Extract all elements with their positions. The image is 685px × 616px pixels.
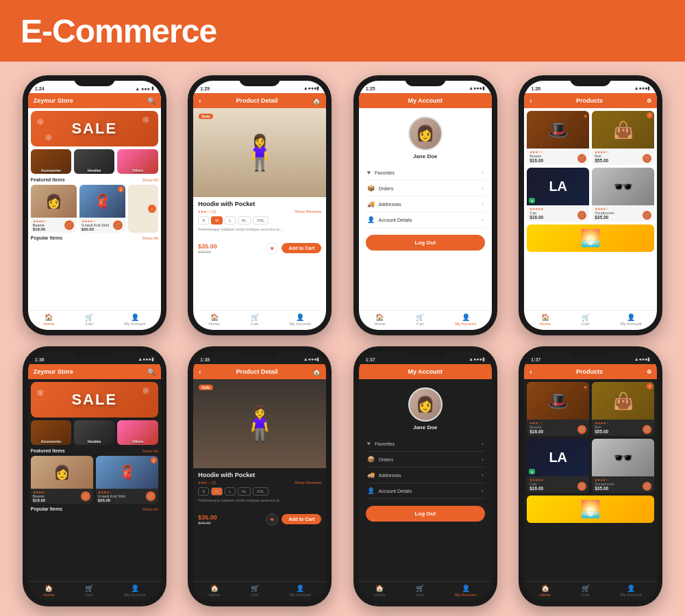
search-icon[interactable]: 🔍: [147, 97, 155, 105]
add-to-cart-cap-dark[interactable]: 🛒: [577, 482, 586, 491]
product-sunset-item[interactable]: 🌅: [527, 224, 654, 252]
add-to-cart-sunglasses-dark[interactable]: 🛒: [643, 482, 651, 491]
product-sunglasses-item-dark[interactable]: 🕶️ ★★★★☆ Sunglasses $35.00 🛒: [592, 439, 654, 493]
size-s[interactable]: S: [198, 487, 209, 496]
product-vneck[interactable]: 🧣 2 🛒 ★★★★☆ V-neck Knit Shirt $20.00: [79, 185, 125, 233]
product-title: Hoodie with Pocket: [198, 472, 321, 478]
size-m[interactable]: M: [211, 487, 223, 496]
show-reviews-link[interactable]: Show Reviews: [295, 209, 321, 214]
product-belt-item[interactable]: 👜 7 ★★★★☆ Belt $55.00 🛒: [592, 111, 654, 165]
add-to-cart-belt[interactable]: 🛒: [643, 154, 651, 163]
menu-orders[interactable]: 📦 Orders ›: [366, 452, 485, 467]
belt-price: $55.00: [595, 158, 608, 163]
nav-account-label: My Account: [290, 593, 311, 597]
nav-account[interactable]: 👤 My Account: [124, 585, 145, 597]
menu-favorites[interactable]: ♥ Favorites ›: [366, 165, 485, 181]
add-to-cart-btn[interactable]: Add to Cart: [282, 243, 321, 253]
category-hoodies[interactable]: Hoodies: [74, 420, 114, 445]
show-reviews-link[interactable]: Show Reviews: [295, 480, 321, 485]
nav-account[interactable]: 👤 My Account: [621, 313, 642, 326]
nav-account[interactable]: 👤 My Account: [290, 585, 311, 597]
menu-orders[interactable]: 📦 Orders ›: [366, 181, 485, 196]
size-xl[interactable]: XL: [238, 487, 251, 496]
product-sunset-item-dark[interactable]: 🌅: [527, 496, 654, 523]
add-to-cart-beanie[interactable]: 🛒: [577, 154, 586, 163]
nav-account[interactable]: 👤 My Account: [621, 585, 642, 597]
menu-account-details[interactable]: 👤 Account Details ›: [366, 212, 485, 228]
nav-home[interactable]: 🏠 Home: [209, 313, 220, 326]
add-to-cart-belt-dark[interactable]: 🛒: [643, 425, 651, 434]
product-card-arrow[interactable]: ›: [128, 185, 158, 233]
logout-btn[interactable]: Log Out: [366, 235, 485, 251]
filter-icon[interactable]: ⚙: [647, 369, 651, 375]
product-beanie-item-dark[interactable]: 🎩 ♥ ★★★☆☆ Beanie $16.00 🛒: [527, 382, 589, 436]
wishlist-btn[interactable]: ♥: [266, 513, 278, 526]
home-icon[interactable]: 🏠: [312, 97, 321, 105]
show-all-popular[interactable]: Show All: [142, 507, 158, 511]
belt-emoji: 👜: [613, 120, 634, 140]
nav-home[interactable]: 🏠 Home: [540, 313, 551, 326]
size-xxl[interactable]: XXL: [253, 487, 269, 496]
nav-account[interactable]: 👤 My Account: [455, 313, 476, 326]
nav-cart[interactable]: 🛒 Cart: [416, 313, 424, 326]
category-hoodies[interactable]: Hoodies: [74, 149, 114, 174]
menu-favorites[interactable]: ♥ Favorites ›: [366, 436, 485, 452]
category-accessories[interactable]: Accessories: [31, 149, 71, 174]
category-others[interactable]: Others: [117, 420, 158, 445]
category-row: Accessories Hoodies Others: [31, 420, 158, 445]
category-others[interactable]: Others: [117, 149, 158, 174]
nav-home[interactable]: 🏠 Home: [374, 313, 385, 326]
arrow-btn[interactable]: ›: [148, 205, 156, 213]
product-cap-item-dark[interactable]: LA ● ★★★★★ Cap $16.00 🛒: [527, 439, 589, 493]
menu-account-details[interactable]: 👤 Account Details ›: [366, 483, 485, 499]
old-price: $45.00: [198, 521, 262, 525]
add-to-cart-btn[interactable]: Add to Cart: [282, 514, 321, 524]
cart-icon: 🛒: [251, 585, 259, 592]
wishlist-btn[interactable]: ♥: [266, 242, 278, 255]
size-m[interactable]: M: [211, 216, 223, 224]
nav-home[interactable]: 🏠 Home: [43, 585, 54, 597]
orders-icon: 📦: [367, 456, 375, 463]
nav-account[interactable]: 👤 My Account: [455, 585, 476, 597]
nav-cart[interactable]: 🛒 Cart: [251, 585, 259, 597]
nav-cart[interactable]: 🛒 Cart: [582, 313, 590, 326]
add-to-cart-sunglasses[interactable]: 🛒: [643, 211, 651, 220]
nav-home[interactable]: 🏠 Home: [43, 313, 54, 326]
logout-btn-dark[interactable]: Log Out: [366, 506, 485, 522]
nav-account-label: My Account: [290, 322, 311, 326]
product-cap-item[interactable]: LA ● ★★★★★ Cap $16.00 🛒: [527, 168, 589, 222]
product-belt-item-dark[interactable]: 👜 7 ★★★★☆ Belt $55.00 🛒: [592, 382, 654, 436]
product-beanie-item[interactable]: 🎩 ♥ ★★★☆☆ Beanie $16.00 🛒: [527, 111, 589, 165]
size-xl[interactable]: XL: [238, 216, 251, 224]
nav-cart[interactable]: 🛒 Cart: [416, 585, 424, 597]
size-l[interactable]: L: [225, 487, 235, 496]
show-all-popular[interactable]: Show All: [142, 236, 158, 240]
nav-account[interactable]: 👤 My Account: [290, 313, 311, 326]
product-beanie[interactable]: 👩 🛒 ★★★★☆ Beanie $18.00: [31, 185, 77, 233]
nav-home[interactable]: 🏠 Home: [209, 585, 220, 597]
add-to-cart-beanie-dark[interactable]: 🛒: [577, 425, 586, 434]
filter-icon[interactable]: ⚙: [647, 98, 651, 104]
category-accessories[interactable]: Accessories: [31, 420, 71, 445]
nav-home[interactable]: 🏠 Home: [374, 585, 385, 597]
search-icon[interactable]: 🔍: [147, 368, 155, 376]
home-icon[interactable]: 🏠: [312, 368, 321, 376]
nav-cart[interactable]: 🛒 Cart: [85, 313, 93, 326]
product-vneck-dark[interactable]: 🧣 2 🛒 ★★★★☆ V-neck Knit Shirt $20.00: [96, 456, 158, 504]
nav-account[interactable]: 👤 My Account: [124, 313, 145, 326]
nav-cart[interactable]: 🛒 Cart: [251, 313, 259, 326]
show-all-featured[interactable]: Show All: [142, 178, 158, 182]
nav-cart[interactable]: 🛒 Cart: [582, 585, 590, 597]
size-l[interactable]: L: [225, 216, 235, 224]
nav-cart[interactable]: 🛒 Cart: [85, 585, 93, 597]
size-s[interactable]: S: [198, 216, 209, 224]
product-beanie-dark[interactable]: 👩 🛒 ★★★★☆ Beanie $18.00: [31, 456, 93, 504]
menu-addresses[interactable]: 🚚 Addresses ›: [366, 467, 485, 483]
product-sunglasses-item[interactable]: 🕶️ ★★★★☆ Sunglasses $35.00 🛒: [592, 168, 654, 222]
show-all-featured[interactable]: Show All: [142, 449, 158, 453]
addresses-label: Addresses: [379, 202, 401, 207]
menu-addresses[interactable]: 🚚 Addresses ›: [366, 196, 485, 212]
size-xxl[interactable]: XXL: [253, 216, 269, 224]
add-to-cart-cap[interactable]: 🛒: [577, 211, 586, 220]
nav-home[interactable]: 🏠 Home: [540, 585, 551, 597]
